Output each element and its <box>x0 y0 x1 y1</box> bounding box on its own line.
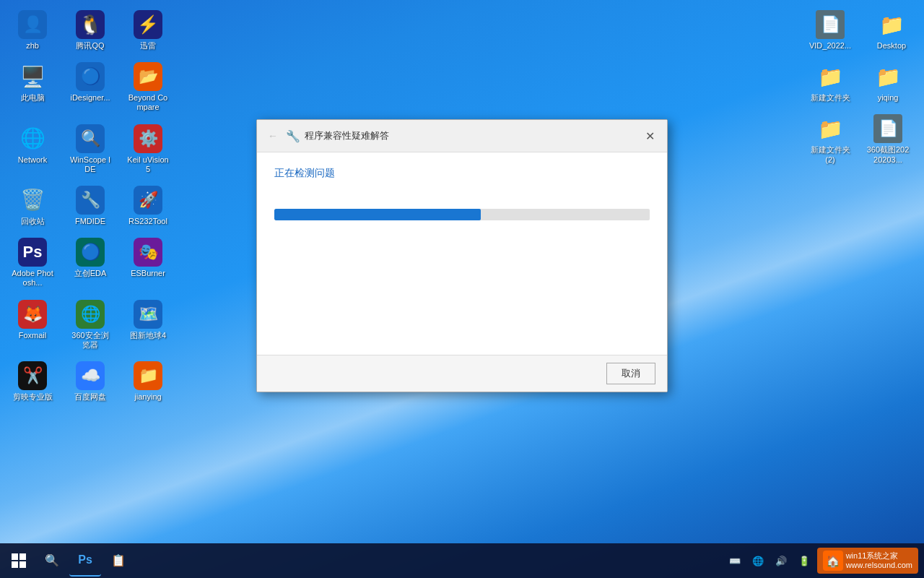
compatibility-dialog: ← 🔧 程序兼容性疑难解答 ✕ 正在检测问题 取消 <box>256 119 668 392</box>
icon-rs232tool[interactable]: 🚀 RS232Tool <box>123 183 173 229</box>
taskbar-app-3[interactable]: 📋 <box>103 545 134 577</box>
icon-idesigner-label: iDesigner... <box>70 93 110 103</box>
icon-qq-label: 腾讯QQ <box>76 41 104 51</box>
progress-bar-fill <box>274 209 481 220</box>
icon-fmdide-label: FMDIDE <box>75 217 105 226</box>
start-button[interactable] <box>3 545 35 577</box>
taskbar-left: 🔍 Ps 📋 <box>0 545 134 577</box>
icon-keil[interactable]: ⚙️ Keil uVision5 <box>123 121 173 177</box>
icon-360-browser-label: 360安全浏览器 <box>68 331 113 350</box>
taskbar-right: ⌨️ 🌐 🔊 🔋 🏠 win11系统之家 www.relsound.com <box>725 548 924 574</box>
dialog-title-icon: 🔧 <box>286 129 300 143</box>
network-taskbar-icon: 🌐 <box>752 556 764 566</box>
icon-yiqing[interactable]: 📁 yiqing <box>863 59 913 105</box>
icon-recycle-bin[interactable]: 🗑️ 回收站 <box>7 183 58 229</box>
dialog-cancel-button[interactable]: 取消 <box>606 363 655 384</box>
icon-esburner[interactable]: 🎭 ESBurner <box>123 235 173 290</box>
dialog-status-text: 正在检测问题 <box>274 167 650 180</box>
brand-line1: win11系统之家 <box>846 551 912 561</box>
icon-360-browser[interactable]: 🌐 360安全浏览器 <box>65 297 116 353</box>
icon-keil-label: Keil uVision5 <box>126 155 170 174</box>
dialog-title-left: ← 🔧 程序兼容性疑难解答 <box>264 127 389 144</box>
icon-idesigner[interactable]: 🔵 iDesigner... <box>65 59 116 115</box>
icon-tushendi-label: 图新地球4 <box>130 331 166 340</box>
desktop: 👤 zhb 🐧 腾讯QQ ⚡ 迅雷 🖥️ 此电脑 🔵 iDesigner... … <box>0 0 924 578</box>
icon-rs232tool-label: RS232Tool <box>128 217 167 226</box>
icon-jianying-label: jianying <box>134 392 161 402</box>
icon-photoshop-label: Adobe Photosh... <box>10 269 55 288</box>
icon-jianying[interactable]: 📁 jianying <box>123 358 173 405</box>
icon-photoshop[interactable]: Ps Adobe Photosh... <box>7 235 58 290</box>
brand-text: win11系统之家 www.relsound.com <box>846 551 912 570</box>
dialog-titlebar: ← 🔧 程序兼容性疑难解答 ✕ <box>257 120 667 152</box>
taskbar-volume-icon[interactable]: 🔊 <box>771 551 791 571</box>
icon-vid-2022-label: VID_2022... <box>809 41 851 51</box>
taskbar-app-photoshop[interactable]: Ps <box>69 545 101 577</box>
icon-this-pc-label: 此电脑 <box>21 93 45 103</box>
icon-winscope-label: WinScope IDE <box>68 155 113 174</box>
icon-lichuang-eda-label: 立创EDA <box>74 269 107 278</box>
icon-new-folder-1[interactable]: 📁 新建文件夹 <box>805 59 855 105</box>
search-icon: 🔍 <box>45 553 59 567</box>
icon-foxmail[interactable]: 🦊 Foxmail <box>7 297 58 353</box>
icon-zhb[interactable]: 👤 zhb <box>7 7 58 53</box>
icon-new-folder-2[interactable]: 📁 新建文件夹 (2) <box>805 111 855 167</box>
icon-winscope[interactable]: 🔍 WinScope IDE <box>65 121 116 177</box>
icon-new-folder-1-label: 新建文件夹 <box>811 93 850 103</box>
icon-lichuang-eda[interactable]: 🔵 立创EDA <box>65 235 116 290</box>
icon-xunlei[interactable]: ⚡ 迅雷 <box>123 7 173 53</box>
photoshop-taskbar-icon: Ps <box>78 553 92 566</box>
icon-tushendi[interactable]: 🗺️ 图新地球4 <box>123 297 173 353</box>
dialog-footer: 取消 <box>257 355 667 392</box>
icon-fmdide[interactable]: 🔧 FMDIDE <box>65 183 116 229</box>
brand-line2: www.relsound.com <box>846 561 912 570</box>
taskbar-keyboard-icon[interactable]: ⌨️ <box>725 551 745 571</box>
icon-new-folder-2-label: 新建文件夹 (2) <box>808 145 853 164</box>
icon-screenshot-360[interactable]: 📄 360截图20220203... <box>863 111 913 167</box>
icon-qq[interactable]: 🐧 腾讯QQ <box>65 7 116 53</box>
app3-taskbar-icon: 📋 <box>111 553 126 567</box>
icon-network-label: Network <box>18 155 47 165</box>
icon-this-pc[interactable]: 🖥️ 此电脑 <box>7 59 58 115</box>
taskbar-battery-icon[interactable]: 🔋 <box>794 551 814 571</box>
volume-icon: 🔊 <box>775 556 787 566</box>
icon-network[interactable]: 🌐 Network <box>7 121 58 177</box>
icon-recycle-bin-label: 回收站 <box>21 217 45 226</box>
icon-esburner-label: ESBurner <box>131 269 165 278</box>
taskbar-network-icon[interactable]: 🌐 <box>748 551 768 571</box>
desktop-top-right: 📁 Desktop <box>866 7 917 53</box>
dialog-close-button[interactable]: ✕ <box>640 126 660 146</box>
desktop-icons-left: 👤 zhb 🐧 腾讯QQ ⚡ 迅雷 🖥️ 此电脑 🔵 iDesigner... … <box>7 7 177 405</box>
dialog-content: 正在检测问题 <box>257 152 667 355</box>
taskbar: 🔍 Ps 📋 ⌨️ 🌐 🔊 🔋 🏠 <box>0 543 924 578</box>
progress-bar-container <box>274 209 650 220</box>
icon-baidu-netdisk-label: 百度网盘 <box>74 392 106 402</box>
icon-xunlei-label: 迅雷 <box>140 41 156 51</box>
icon-zhb-label: zhb <box>26 41 39 51</box>
battery-icon: 🔋 <box>798 556 810 566</box>
icon-desktop-top[interactable]: 📁 Desktop <box>866 7 917 53</box>
icon-foxmail-label: Foxmail <box>19 331 47 340</box>
taskbar-brand[interactable]: 🏠 win11系统之家 www.relsound.com <box>817 548 918 574</box>
icon-jianying-pro-label: 剪映专业版 <box>13 392 53 402</box>
icon-desktop-top-label: Desktop <box>877 41 906 51</box>
icon-yiqing-label: yiqing <box>878 93 899 103</box>
taskbar-search[interactable]: 🔍 <box>36 545 68 577</box>
dialog-title-text: 程序兼容性疑难解答 <box>305 129 389 142</box>
icon-baidu-netdisk[interactable]: ☁️ 百度网盘 <box>65 358 116 405</box>
icon-screenshot-360-label: 360截图20220203... <box>866 145 910 164</box>
icon-jianying-pro[interactable]: ✂️ 剪映专业版 <box>7 358 58 405</box>
icon-vid-2022[interactable]: 📄 VID_2022... <box>805 7 855 53</box>
icon-beyond-compare-label: Beyond Compare <box>126 93 170 112</box>
keyboard-icon: ⌨️ <box>729 556 741 566</box>
brand-logo: 🏠 <box>823 551 843 571</box>
icon-beyond-compare[interactable]: 📂 Beyond Compare <box>123 59 173 115</box>
dialog-back-button[interactable]: ← <box>264 127 282 144</box>
